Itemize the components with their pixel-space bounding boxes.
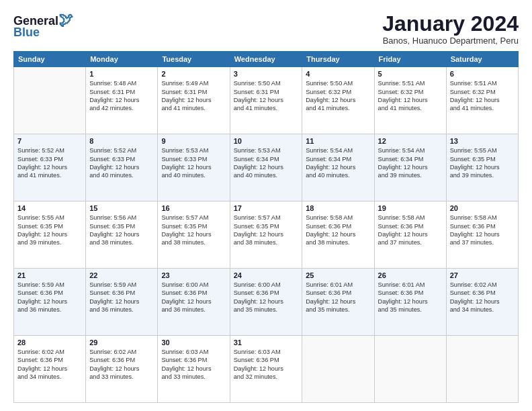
day-info: Sunrise: 5:48 AM Sunset: 6:31 PM Dayligh…	[89, 79, 154, 113]
day-number: 3	[234, 70, 299, 78]
calendar-cell: 24Sunrise: 6:00 AM Sunset: 6:36 PM Dayli…	[230, 269, 302, 336]
day-info: Sunrise: 5:55 AM Sunset: 6:35 PM Dayligh…	[17, 214, 82, 247]
calendar-cell: 3Sunrise: 5:50 AM Sunset: 6:31 PM Daylig…	[230, 67, 302, 134]
calendar-cell: 6Sunrise: 5:51 AM Sunset: 6:32 PM Daylig…	[446, 67, 518, 134]
day-info: Sunrise: 6:03 AM Sunset: 6:36 PM Dayligh…	[161, 348, 226, 381]
calendar-cell: 5Sunrise: 5:51 AM Sunset: 6:32 PM Daylig…	[374, 67, 446, 134]
day-number: 17	[234, 204, 299, 212]
day-number: 28	[17, 338, 82, 347]
day-number: 21	[17, 271, 82, 279]
logo-blue: Blue	[13, 26, 40, 40]
day-info: Sunrise: 5:49 AM Sunset: 6:31 PM Dayligh…	[161, 79, 226, 113]
day-number: 16	[161, 204, 226, 212]
header: General🕊 Blue January 2024 Banos, Huanuc…	[13, 12, 519, 46]
calendar-week-row: 28Sunrise: 6:02 AM Sunset: 6:36 PM Dayli…	[14, 336, 519, 403]
calendar-cell: 4Sunrise: 5:50 AM Sunset: 6:32 PM Daylig…	[302, 67, 374, 134]
day-number: 25	[306, 271, 370, 279]
logo-bird-icon: 🕊	[58, 11, 73, 28]
calendar-week-row: 7Sunrise: 5:52 AM Sunset: 6:33 PM Daylig…	[14, 134, 519, 201]
day-number: 10	[234, 137, 299, 145]
calendar-cell: 15Sunrise: 5:56 AM Sunset: 6:35 PM Dayli…	[86, 201, 158, 269]
day-info: Sunrise: 5:53 AM Sunset: 6:34 PM Dayligh…	[234, 146, 299, 180]
calendar-cell: 29Sunrise: 6:02 AM Sunset: 6:36 PM Dayli…	[86, 336, 158, 403]
calendar-cell	[374, 336, 446, 403]
day-info: Sunrise: 6:01 AM Sunset: 6:36 PM Dayligh…	[378, 281, 443, 314]
day-number: 23	[161, 271, 226, 279]
calendar-cell: 25Sunrise: 6:01 AM Sunset: 6:36 PM Dayli…	[302, 269, 374, 336]
calendar-week-row: 21Sunrise: 5:59 AM Sunset: 6:36 PM Dayli…	[14, 269, 519, 336]
day-number: 13	[450, 137, 515, 145]
calendar-cell	[302, 336, 374, 403]
day-info: Sunrise: 5:52 AM Sunset: 6:33 PM Dayligh…	[17, 146, 82, 180]
calendar-cell: 16Sunrise: 5:57 AM Sunset: 6:35 PM Dayli…	[158, 201, 230, 269]
day-number: 7	[17, 137, 82, 145]
calendar-cell	[14, 67, 86, 134]
calendar-cell: 2Sunrise: 5:49 AM Sunset: 6:31 PM Daylig…	[158, 67, 230, 134]
calendar-subtitle: Banos, Huanuco Department, Peru	[382, 36, 519, 46]
calendar-week-row: 14Sunrise: 5:55 AM Sunset: 6:35 PM Dayli…	[14, 201, 519, 269]
col-saturday: Saturday	[446, 52, 518, 67]
calendar-cell: 9Sunrise: 5:53 AM Sunset: 6:33 PM Daylig…	[158, 134, 230, 201]
day-number: 9	[161, 137, 226, 145]
day-info: Sunrise: 6:00 AM Sunset: 6:36 PM Dayligh…	[234, 281, 299, 314]
calendar-cell: 22Sunrise: 5:59 AM Sunset: 6:36 PM Dayli…	[86, 269, 158, 336]
day-number: 19	[378, 204, 443, 212]
day-number: 18	[306, 204, 370, 212]
day-info: Sunrise: 5:58 AM Sunset: 6:36 PM Dayligh…	[378, 214, 443, 247]
day-info: Sunrise: 5:50 AM Sunset: 6:32 PM Dayligh…	[306, 79, 370, 113]
col-tuesday: Tuesday	[158, 52, 230, 67]
day-number: 29	[89, 338, 154, 347]
calendar-cell: 14Sunrise: 5:55 AM Sunset: 6:35 PM Dayli…	[14, 201, 86, 269]
day-info: Sunrise: 5:59 AM Sunset: 6:36 PM Dayligh…	[17, 281, 82, 314]
calendar-cell: 12Sunrise: 5:54 AM Sunset: 6:34 PM Dayli…	[374, 134, 446, 201]
day-info: Sunrise: 6:02 AM Sunset: 6:36 PM Dayligh…	[450, 281, 515, 314]
day-number: 31	[234, 338, 299, 347]
calendar-cell: 30Sunrise: 6:03 AM Sunset: 6:36 PM Dayli…	[158, 336, 230, 403]
day-number: 8	[89, 137, 154, 145]
day-number: 4	[306, 70, 370, 78]
day-info: Sunrise: 5:59 AM Sunset: 6:36 PM Dayligh…	[89, 281, 154, 314]
calendar-cell: 7Sunrise: 5:52 AM Sunset: 6:33 PM Daylig…	[14, 134, 86, 201]
day-info: Sunrise: 5:58 AM Sunset: 6:36 PM Dayligh…	[306, 214, 370, 247]
calendar-cell: 18Sunrise: 5:58 AM Sunset: 6:36 PM Dayli…	[302, 201, 374, 269]
day-number: 15	[89, 204, 154, 212]
day-number: 12	[378, 137, 443, 145]
day-info: Sunrise: 5:55 AM Sunset: 6:35 PM Dayligh…	[450, 146, 515, 180]
calendar-cell: 26Sunrise: 6:01 AM Sunset: 6:36 PM Dayli…	[374, 269, 446, 336]
calendar-cell: 20Sunrise: 5:58 AM Sunset: 6:36 PM Dayli…	[446, 201, 518, 269]
title-area: January 2024 Banos, Huanuco Department, …	[382, 12, 519, 46]
day-number: 11	[306, 137, 370, 145]
day-info: Sunrise: 5:54 AM Sunset: 6:34 PM Dayligh…	[378, 146, 443, 180]
day-info: Sunrise: 6:01 AM Sunset: 6:36 PM Dayligh…	[306, 281, 370, 314]
day-info: Sunrise: 5:53 AM Sunset: 6:33 PM Dayligh…	[161, 146, 226, 180]
day-number: 22	[89, 271, 154, 279]
calendar-header-row: Sunday Monday Tuesday Wednesday Thursday…	[14, 52, 519, 67]
day-info: Sunrise: 5:51 AM Sunset: 6:32 PM Dayligh…	[378, 79, 443, 113]
calendar-cell: 13Sunrise: 5:55 AM Sunset: 6:35 PM Dayli…	[446, 134, 518, 201]
day-info: Sunrise: 6:00 AM Sunset: 6:36 PM Dayligh…	[161, 281, 226, 314]
col-sunday: Sunday	[14, 52, 86, 67]
calendar-cell: 17Sunrise: 5:57 AM Sunset: 6:35 PM Dayli…	[230, 201, 302, 269]
day-number: 24	[234, 271, 299, 279]
calendar-cell: 19Sunrise: 5:58 AM Sunset: 6:36 PM Dayli…	[374, 201, 446, 269]
logo: General🕊 Blue	[13, 12, 73, 40]
day-number: 1	[89, 70, 154, 78]
day-info: Sunrise: 6:02 AM Sunset: 6:36 PM Dayligh…	[17, 348, 82, 381]
day-number: 6	[450, 70, 515, 78]
day-number: 2	[161, 70, 226, 78]
col-monday: Monday	[86, 52, 158, 67]
calendar-cell: 21Sunrise: 5:59 AM Sunset: 6:36 PM Dayli…	[14, 269, 86, 336]
calendar-cell: 10Sunrise: 5:53 AM Sunset: 6:34 PM Dayli…	[230, 134, 302, 201]
calendar-cell: 1Sunrise: 5:48 AM Sunset: 6:31 PM Daylig…	[86, 67, 158, 134]
day-info: Sunrise: 5:57 AM Sunset: 6:35 PM Dayligh…	[234, 214, 299, 247]
day-info: Sunrise: 5:57 AM Sunset: 6:35 PM Dayligh…	[161, 214, 226, 247]
day-info: Sunrise: 6:03 AM Sunset: 6:36 PM Dayligh…	[234, 348, 299, 381]
calendar-cell: 31Sunrise: 6:03 AM Sunset: 6:36 PM Dayli…	[230, 336, 302, 403]
day-number: 27	[450, 271, 515, 279]
calendar-table: Sunday Monday Tuesday Wednesday Thursday…	[13, 51, 519, 403]
calendar-title: January 2024	[382, 12, 519, 36]
calendar-cell	[446, 336, 518, 403]
day-number: 30	[161, 338, 226, 347]
day-info: Sunrise: 5:56 AM Sunset: 6:35 PM Dayligh…	[89, 214, 154, 247]
col-friday: Friday	[374, 52, 446, 67]
